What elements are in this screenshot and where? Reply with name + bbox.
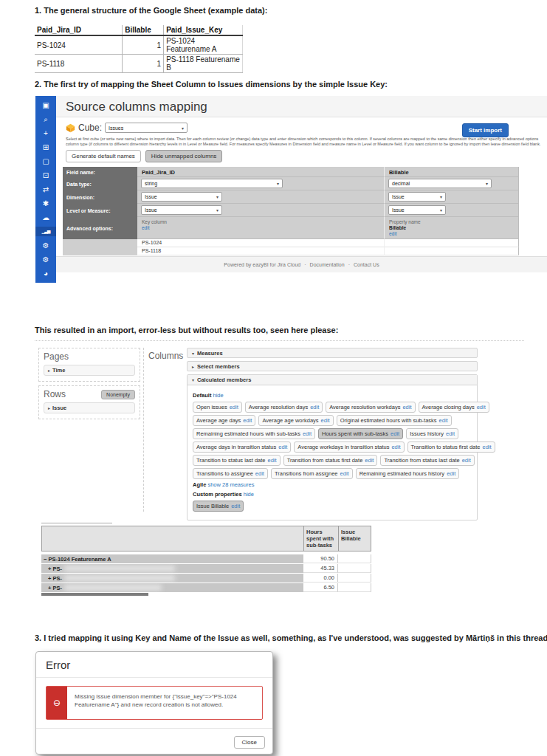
edit-link[interactable]: edit	[268, 457, 277, 464]
redacted-text	[64, 575, 175, 581]
measure-pill[interactable]: Average age workdaysedit	[258, 415, 333, 426]
search-icon[interactable]: ⌕	[35, 114, 56, 124]
bar-label: Select members	[197, 363, 240, 370]
measure-pill[interactable]: Transitions from assigneeedit	[271, 468, 353, 479]
edit-link[interactable]: edit	[477, 404, 486, 410]
measure-pill[interactable]: Transition from status last dateedit	[380, 455, 474, 466]
folder-icon[interactable]: ▢	[35, 157, 56, 166]
collapse-toggle-icon[interactable]: −	[44, 556, 47, 563]
settings-icon[interactable]: ✱	[35, 199, 56, 208]
measure-pill[interactable]: Transitions to assigneeedit	[193, 468, 268, 479]
edit-link[interactable]: edit	[255, 470, 264, 477]
gear-icon-2[interactable]: ⚙	[35, 255, 56, 264]
gear-icon[interactable]: ⚙	[35, 241, 56, 250]
edit-link[interactable]: edit	[446, 430, 455, 437]
hide-unmapped-columns-button[interactable]: Hide unmapped columns	[145, 150, 223, 162]
sheet-cell: PS-1024 Featurename A	[164, 35, 243, 55]
edit-link[interactable]: edit	[439, 417, 448, 424]
profile-icon[interactable]: ◕	[35, 269, 56, 278]
results-row: + PS- 45.33	[41, 564, 371, 573]
contact-us-link[interactable]: Contact Us	[354, 262, 379, 267]
transfer-icon[interactable]: ⇄	[35, 185, 56, 194]
measure-pill[interactable]: Original estimated hours with sub-taskse…	[337, 415, 452, 426]
edit-link[interactable]: edit	[482, 444, 491, 450]
edit-link[interactable]: edit	[389, 231, 396, 236]
analyzer-panel: Pages ▸ Time Rows Nonempty ▸ Issue Colum…	[35, 346, 524, 514]
dimension-select-col2[interactable]: Issue ▾	[388, 192, 446, 202]
pages-item-time[interactable]: ▸ Time	[44, 365, 135, 376]
measure-pill[interactable]: Open issuesedit	[193, 402, 242, 413]
dimension-name: Time	[52, 367, 65, 374]
measure-pill[interactable]: Transition to status first dateedit	[407, 441, 495, 453]
add-icon[interactable]: +	[35, 128, 56, 138]
measure-label: Transitions to assignee	[196, 470, 253, 477]
select-value: Issue	[392, 207, 405, 213]
measure-pill[interactable]: Remaining estimated hours historyedit	[356, 468, 460, 479]
show-measures-link[interactable]: show 28 measures	[207, 481, 254, 488]
expand-toggle-icon[interactable]: +	[48, 585, 51, 591]
edit-link[interactable]: edit	[321, 417, 330, 424]
select-members-bar[interactable]: ▸ Select members	[187, 361, 478, 371]
measure-pill[interactable]: Average resolution workdaysedit	[326, 402, 415, 413]
edit-link[interactable]: edit	[391, 444, 400, 450]
data-type-select-col1[interactable]: string ▾	[141, 179, 283, 188]
edit-link[interactable]: edit	[303, 430, 312, 437]
advanced-options-row: Advanced options: Key column edit Proper…	[63, 217, 519, 239]
measure-pill-selected[interactable]: Hours spent with sub-tasksedit	[318, 428, 403, 439]
measure-pill[interactable]: Remaining estimated hours with sub-tasks…	[193, 428, 315, 439]
measure-label: Remaining estimated hours history	[359, 470, 444, 477]
hide-link[interactable]: hide	[213, 392, 224, 399]
edit-link[interactable]: edit	[447, 470, 455, 477]
rows-item-issue[interactable]: ▸ Issue	[44, 402, 135, 413]
measure-pill[interactable]: Average resolution daysedit	[245, 402, 323, 413]
edit-link[interactable]: edit	[310, 404, 319, 410]
measure-pill[interactable]: Transition from status first dateedit	[283, 455, 378, 466]
hide-link[interactable]: hide	[244, 491, 254, 498]
dashboards-icon[interactable]: ⊞	[35, 142, 56, 152]
level-select-col2[interactable]: Issue ▾	[388, 205, 446, 215]
edit-link[interactable]: edit	[462, 457, 471, 464]
measure-pill[interactable]: Transition to status last dateedit	[193, 455, 281, 466]
edit-link[interactable]: edit	[365, 457, 374, 464]
arrow-right-icon: ▸	[192, 364, 194, 369]
dimension-select-col1[interactable]: Issue ▾	[141, 192, 222, 202]
pill-row: Open issuesedit Average resolution dayse…	[193, 402, 472, 413]
edit-link[interactable]: edit	[230, 404, 238, 410]
sample-cell	[384, 239, 519, 247]
documentation-link[interactable]: Documentation	[310, 262, 345, 267]
data-type-select-col2[interactable]: decimal ▾	[388, 179, 492, 188]
measure-pill[interactable]: Average days in transition statusedit	[193, 441, 291, 453]
measures-bar[interactable]: ▾ Measures	[187, 348, 478, 358]
measure-label: Average resolution days	[249, 404, 308, 410]
cloud-icon[interactable]: ☁	[35, 213, 56, 222]
edit-link[interactable]: edit	[142, 225, 149, 230]
edit-link[interactable]: edit	[402, 404, 411, 410]
edit-link[interactable]: edit	[391, 430, 399, 437]
results-row: − PS-1024 Featurename A 90.50	[41, 554, 371, 563]
measure-pill[interactable]: Average age daysedit	[193, 415, 255, 426]
edit-link[interactable]: edit	[278, 444, 287, 450]
page: 1. The general structure of the Google S…	[0, 0, 547, 756]
cube-select[interactable]: Issues ▾	[105, 123, 188, 133]
app-logo-icon[interactable]: ▣	[35, 100, 56, 110]
close-button[interactable]: Close	[234, 736, 265, 749]
measure-pill[interactable]: Average workdays in transition statusedi…	[294, 441, 404, 453]
issue-billable-pill[interactable]: Issue Billableedit	[193, 501, 244, 512]
select-value: string	[145, 181, 157, 186]
edit-link[interactable]: edit	[231, 503, 240, 509]
device-icon[interactable]: ⊡	[35, 171, 56, 180]
chart-icon[interactable]: ▁▃▅	[35, 227, 56, 236]
calculated-members-bar[interactable]: ▾ Calculated members	[188, 375, 477, 385]
measure-pill[interactable]: Issues historyedit	[406, 428, 458, 439]
edit-link[interactable]: edit	[243, 417, 252, 424]
measure-pill[interactable]: Average closing daysedit	[419, 402, 489, 413]
start-import-button[interactable]: Start import	[462, 123, 509, 137]
expand-toggle-icon[interactable]: +	[48, 575, 51, 582]
nonempty-button[interactable]: Nonempty	[101, 390, 135, 399]
sheet-col-header: Billable	[123, 25, 164, 35]
generate-default-names-button[interactable]: Generate default names	[66, 150, 141, 162]
billable-cell	[338, 554, 371, 563]
edit-link[interactable]: edit	[340, 470, 349, 477]
expand-toggle-icon[interactable]: +	[48, 566, 51, 572]
level-select-col1[interactable]: Issue ▾	[141, 205, 222, 215]
